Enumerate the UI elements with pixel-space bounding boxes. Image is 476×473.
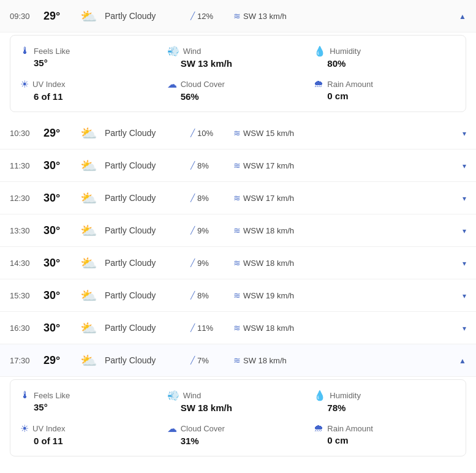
wind-info: ≋ WSW 18 km/h xyxy=(233,323,451,333)
feels-like-header: 🌡 Feels Like xyxy=(20,45,162,56)
condition-label: Partly Cloudy xyxy=(105,290,191,300)
time-label: 14:30 xyxy=(10,259,43,268)
rain-drop-icon: ╱ xyxy=(191,161,195,170)
hour-row[interactable]: 17:30 29° ⛅ Partly Cloudy ╱ 7% ≋ SW 18 k… xyxy=(0,344,476,377)
hour-row[interactable]: 15:30 30° ⛅ Partly Cloudy ╱ 8% ≋ WSW 19 … xyxy=(0,279,476,312)
expand-collapse-button[interactable]: ▾ xyxy=(451,258,466,268)
wind-lines-icon: ≋ xyxy=(233,290,241,300)
expand-collapse-button[interactable]: ▾ xyxy=(451,193,466,203)
rain-pct-value: 9% xyxy=(197,226,209,235)
wind-label: Wind xyxy=(183,391,202,400)
condition-label: Partly Cloudy xyxy=(105,225,191,235)
hour-row[interactable]: 16:30 30° ⛅ Partly Cloudy ╱ 11% ≋ WSW 18… xyxy=(0,312,476,344)
humidity-icon: 💧 xyxy=(314,390,326,401)
wind-value: WSW 18 km/h xyxy=(243,259,294,268)
weather-icon: ⛅ xyxy=(80,319,105,336)
feels-like-value: 35° xyxy=(20,402,162,412)
wind-value: WSW 19 km/h xyxy=(243,291,294,300)
hour-row[interactable]: 09:30 29° ⛅ Partly Cloudy ╱ 12% ≋ SW 13 … xyxy=(0,0,476,32)
uv-header: ☀ UV Index xyxy=(20,78,162,90)
wind-header: 💨 Wind xyxy=(167,390,309,401)
expand-collapse-button[interactable]: ▾ xyxy=(451,161,466,170)
chevron-up-icon[interactable]: ▲ xyxy=(459,12,466,21)
wind-lines-icon: ≋ xyxy=(233,128,241,138)
chevron-down-icon[interactable]: ▾ xyxy=(463,129,466,138)
time-label: 10:30 xyxy=(10,129,43,138)
hour-row[interactable]: 10:30 29° ⛅ Partly Cloudy ╱ 10% ≋ WSW 15… xyxy=(0,117,476,149)
humidity-value: 78% xyxy=(314,403,456,413)
expand-collapse-button[interactable]: ▲ xyxy=(451,355,466,365)
temperature: 29° xyxy=(43,10,80,23)
rain-probability: ╱ 12% xyxy=(191,12,233,21)
rain-amount-label: Rain Amount xyxy=(327,424,372,433)
wind-value: WSW 17 km/h xyxy=(243,161,294,170)
wind-detail-icon: 💨 xyxy=(167,390,179,401)
rain-drop-icon: ╱ xyxy=(191,291,195,300)
time-label: 11:30 xyxy=(10,161,43,170)
temperature: 29° xyxy=(43,127,80,140)
cloud-item: ☁ Cloud Cover 31% xyxy=(167,423,309,446)
weather-icon: ⛅ xyxy=(80,352,105,369)
expand-collapse-button[interactable]: ▾ xyxy=(451,225,466,235)
rain-probability: ╱ 8% xyxy=(191,161,233,170)
rain-drop-icon: ╱ xyxy=(191,129,195,137)
uv-value: 6 of 11 xyxy=(20,91,162,102)
hour-row[interactable]: 13:30 30° ⛅ Partly Cloudy ╱ 9% ≋ WSW 18 … xyxy=(0,214,476,247)
wind-header: 💨 Wind xyxy=(167,45,309,57)
hour-row[interactable]: 14:30 30° ⛅ Partly Cloudy ╱ 9% ≋ WSW 18 … xyxy=(0,247,476,279)
wind-item: 💨 Wind SW 13 km/h xyxy=(167,45,309,69)
weather-icon: ⛅ xyxy=(80,287,105,304)
rain-probability: ╱ 10% xyxy=(191,129,233,138)
humidity-label: Humidity xyxy=(330,391,361,400)
expand-collapse-button[interactable]: ▾ xyxy=(451,290,466,300)
temperature: 30° xyxy=(43,192,80,205)
condition-label: Partly Cloudy xyxy=(105,161,191,170)
time-label: 15:30 xyxy=(10,291,43,300)
uv-icon: ☀ xyxy=(20,423,29,434)
chevron-up-icon[interactable]: ▲ xyxy=(459,357,466,365)
condition-label: Partly Cloudy xyxy=(105,193,191,203)
rain-amount-header: 🌧 Rain Amount xyxy=(314,423,456,434)
humidity-value: 80% xyxy=(314,58,456,69)
chevron-down-icon[interactable]: ▾ xyxy=(463,227,466,235)
uv-item: ☀ UV Index 6 of 11 xyxy=(20,78,162,102)
feels-like-label: Feels Like xyxy=(34,47,70,56)
humidity-header: 💧 Humidity xyxy=(314,390,456,401)
rain-probability: ╱ 9% xyxy=(191,259,233,268)
wind-info: ≋ WSW 17 km/h xyxy=(233,193,451,203)
humidity-header: 💧 Humidity xyxy=(314,45,456,57)
expand-collapse-button[interactable]: ▲ xyxy=(451,11,466,21)
condition-label: Partly Cloudy xyxy=(105,128,191,138)
humidity-item: 💧 Humidity 80% xyxy=(314,45,456,69)
uv-icon: ☀ xyxy=(20,78,29,90)
uv-value: 0 of 11 xyxy=(20,436,162,446)
hour-row[interactable]: 12:30 30° ⛅ Partly Cloudy ╱ 8% ≋ WSW 17 … xyxy=(0,182,476,214)
detail-panel: 🌡 Feels Like 35° 💨 Wind SW 13 km/h 💧 xyxy=(10,35,466,112)
rain-amount-icon: 🌧 xyxy=(314,78,323,89)
chevron-down-icon[interactable]: ▾ xyxy=(463,324,466,333)
expand-collapse-button[interactable]: ▾ xyxy=(451,323,466,333)
detail-panel: 🌡 Feels Like 35° 💨 Wind SW 18 km/h 💧 xyxy=(10,379,466,456)
cloud-item: ☁ Cloud Cover 56% xyxy=(167,78,309,102)
rain-pct-value: 9% xyxy=(197,259,209,268)
expand-collapse-button[interactable]: ▾ xyxy=(451,128,466,138)
feels-like-item: 🌡 Feels Like 35° xyxy=(20,45,162,69)
detail-grid: 🌡 Feels Like 35° 💨 Wind SW 13 km/h 💧 xyxy=(20,45,456,102)
wind-value: SW 18 km/h xyxy=(243,356,287,365)
chevron-down-icon[interactable]: ▾ xyxy=(463,292,466,300)
weather-icon: ⛅ xyxy=(80,254,105,271)
hour-row[interactable]: 11:30 30° ⛅ Partly Cloudy ╱ 8% ≋ WSW 17 … xyxy=(0,149,476,182)
rain-amount-value: 0 cm xyxy=(314,435,456,445)
rain-pct-value: 8% xyxy=(197,194,209,203)
rain-amount-header: 🌧 Rain Amount xyxy=(314,78,456,89)
chevron-down-icon[interactable]: ▾ xyxy=(463,162,466,170)
chevron-down-icon[interactable]: ▾ xyxy=(463,194,466,203)
time-label: 09:30 xyxy=(10,12,43,21)
condition-label: Partly Cloudy xyxy=(105,258,191,268)
time-label: 13:30 xyxy=(10,226,43,235)
rain-probability: ╱ 9% xyxy=(191,226,233,235)
rain-drop-icon: ╱ xyxy=(191,356,195,365)
rain-probability: ╱ 8% xyxy=(191,291,233,300)
chevron-down-icon[interactable]: ▾ xyxy=(463,259,466,268)
feels-like-header: 🌡 Feels Like xyxy=(20,390,162,401)
